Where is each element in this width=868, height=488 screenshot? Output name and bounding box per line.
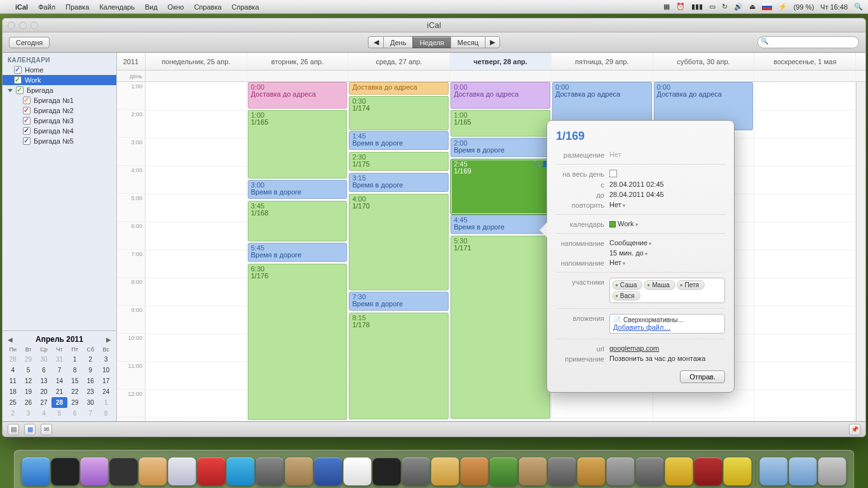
mail-icon[interactable]: ✉ — [41, 424, 52, 435]
dock-itunes[interactable] — [315, 458, 342, 485]
calendar-event[interactable]: 8:151/178 — [349, 313, 449, 419]
calendar-event[interactable]: 5:45Время в дороге — [248, 243, 348, 262]
calendar-item[interactable]: Home — [3, 65, 116, 75]
calendar-event[interactable]: 3:451/168 — [248, 201, 348, 241]
calendar-event[interactable]: 4:001/170 — [349, 194, 449, 290]
minical-day[interactable]: 20 — [36, 386, 51, 397]
send-button[interactable]: Отправ. — [680, 370, 725, 383]
zoom-button[interactable] — [31, 22, 38, 29]
calendar-event[interactable]: 7:30Время в дороге — [349, 292, 449, 311]
calendar-item[interactable]: Бригада №4 — [3, 126, 116, 136]
minical-day[interactable]: 15 — [67, 376, 83, 386]
calendar-event[interactable]: 0:301/174 — [349, 96, 449, 130]
day-column[interactable]: Доставка до адреса0:301/1741:45Время в д… — [348, 82, 450, 421]
minical-day[interactable]: 10 — [98, 365, 114, 376]
calendar-checkbox[interactable] — [16, 86, 24, 94]
to-value[interactable]: 28.04.2011 04:45 — [609, 191, 725, 198]
attendee-token[interactable]: Маша — [644, 280, 675, 290]
inspector-title[interactable]: 1/169 — [556, 130, 725, 143]
attendees-box[interactable]: СашаМашаПетяВася — [609, 278, 725, 303]
dock-app7[interactable] — [402, 458, 430, 485]
calendar-event[interactable]: 3:00Время в дороге — [248, 180, 348, 199]
from-value[interactable]: 28.04.2011 02:45 — [609, 180, 725, 188]
show-minical-icon[interactable]: ▦ — [24, 424, 36, 435]
day-header[interactable]: пятница, 29 апр. — [552, 53, 653, 70]
day-view-button[interactable]: День — [383, 36, 412, 48]
dock-app1[interactable] — [81, 458, 109, 485]
allday-checkbox[interactable] — [609, 170, 617, 177]
dock-folder2[interactable] — [789, 458, 817, 485]
minical-day[interactable]: 7 — [51, 365, 67, 376]
attachment-file[interactable]: Сверхнормативны… — [613, 316, 721, 323]
dock-app12[interactable] — [548, 458, 576, 485]
calendar-item[interactable]: Бригада №1 — [3, 95, 116, 105]
day-column[interactable]: 0:00Доставка до адреса1:001/1652:00Время… — [450, 82, 552, 421]
day-header[interactable]: четверг, 28 апр. — [450, 53, 552, 70]
minical-day[interactable]: 8 — [98, 408, 114, 419]
calendar-event[interactable]: 6:301/176 — [248, 264, 348, 420]
show-calendars-icon[interactable]: ▤ — [8, 424, 19, 435]
dock-folder1[interactable] — [760, 458, 788, 485]
minical-day[interactable]: 28 — [51, 397, 67, 408]
close-button[interactable] — [8, 22, 15, 29]
minical-day[interactable]: 3 — [98, 354, 114, 365]
sync-icon[interactable]: ↻ — [722, 3, 728, 11]
dock-mail[interactable] — [168, 458, 196, 485]
dock-app4[interactable] — [256, 458, 284, 485]
day-header[interactable]: воскресенье, 1 мая — [754, 53, 856, 70]
volume-icon[interactable]: 🔊 — [734, 3, 743, 11]
clock[interactable]: Чт 16:48 — [820, 3, 848, 11]
dock-app5[interactable] — [285, 458, 313, 485]
minical-day[interactable]: 5 — [51, 408, 67, 419]
minical-day[interactable]: 29 — [67, 397, 83, 408]
display-icon[interactable]: ▭ — [709, 3, 715, 11]
calendar-checkbox[interactable] — [23, 127, 31, 135]
minical-day[interactable]: 1 — [98, 397, 114, 408]
minical-day[interactable]: 8 — [67, 365, 83, 376]
dock-app6[interactable] — [373, 458, 401, 485]
minical-day[interactable]: 22 — [67, 386, 83, 397]
calendar-checkbox[interactable] — [14, 76, 22, 84]
dock-app16[interactable] — [665, 458, 693, 485]
prev-button[interactable]: ◀ — [368, 36, 383, 48]
menu-view[interactable]: Вид — [145, 3, 158, 11]
today-button[interactable]: Сегодня — [9, 37, 50, 48]
minical-day[interactable]: 31 — [51, 354, 67, 365]
app-menu[interactable]: iCal — [15, 3, 28, 11]
dock-app10[interactable] — [490, 458, 518, 485]
eject-icon[interactable]: ⏏ — [749, 3, 756, 11]
minical-day[interactable]: 25 — [5, 397, 20, 408]
day-header[interactable]: вторник, 26 апр. — [247, 53, 349, 70]
minical-day[interactable]: 6 — [36, 365, 51, 376]
calendar-value[interactable]: Work — [609, 220, 725, 227]
calendar-event[interactable]: 2:451/169📎👤 — [451, 159, 550, 215]
calendar-item[interactable]: Work — [3, 75, 116, 85]
dock-opera[interactable] — [198, 458, 226, 485]
dock-app11[interactable] — [519, 458, 547, 485]
calendar-event[interactable]: 0:00Доставка до адреса — [451, 82, 550, 109]
dock-wineskin[interactable] — [695, 458, 722, 485]
menuextra-icon[interactable]: ▦ — [663, 3, 670, 11]
pin-icon[interactable]: 📌 — [849, 424, 860, 435]
dock-app15[interactable] — [636, 458, 664, 485]
calendar-checkbox[interactable] — [14, 66, 22, 74]
day-header[interactable]: среда, 27 апр. — [348, 53, 450, 70]
scrollbar[interactable] — [856, 82, 865, 421]
calendar-event[interactable]: 5:301/171 — [451, 236, 550, 419]
minical-day[interactable]: 2 — [5, 408, 20, 419]
menu-file[interactable]: Файл — [38, 3, 55, 11]
alarm-icon[interactable]: ⏰ — [676, 3, 685, 11]
minical-day[interactable]: 3 — [20, 408, 36, 419]
day-header[interactable]: суббота, 30 апр. — [653, 53, 755, 70]
calendar-item[interactable]: Бригада №5 — [3, 136, 116, 146]
minical-day[interactable]: 1 — [67, 354, 83, 365]
day-column[interactable] — [146, 82, 247, 421]
minical-day[interactable]: 18 — [5, 386, 20, 397]
week-view-button[interactable]: Неделя — [412, 36, 450, 48]
minical-day[interactable]: 30 — [36, 354, 51, 365]
minical-day[interactable]: 29 — [20, 354, 36, 365]
calendar-event[interactable]: Доставка до адреса — [349, 82, 449, 95]
minical-day[interactable]: 4 — [36, 408, 51, 419]
dock-app2[interactable] — [110, 458, 138, 485]
calendar-event[interactable]: 0:00Доставка до адреса — [248, 82, 348, 109]
